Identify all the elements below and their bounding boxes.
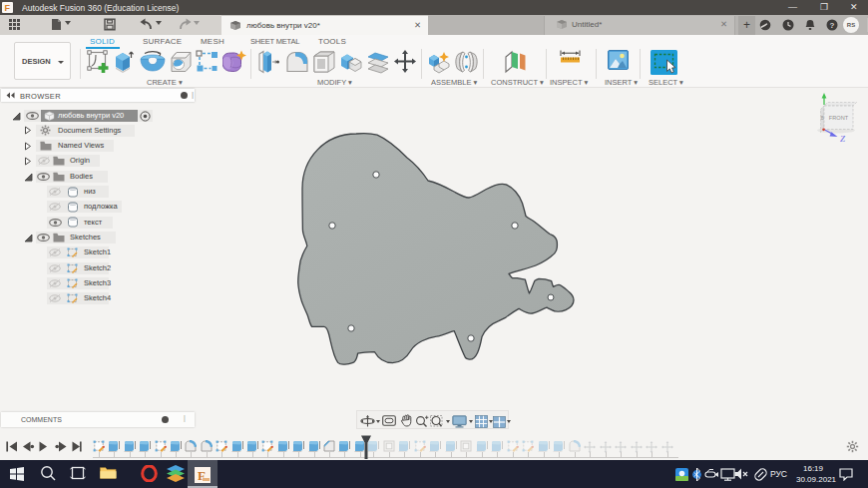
svg-text:?: ? [830, 21, 835, 30]
svg-text:FRONT: FRONT [829, 115, 849, 121]
svg-text:Z: Z [840, 134, 846, 144]
svg-text:B: B [821, 116, 824, 121]
